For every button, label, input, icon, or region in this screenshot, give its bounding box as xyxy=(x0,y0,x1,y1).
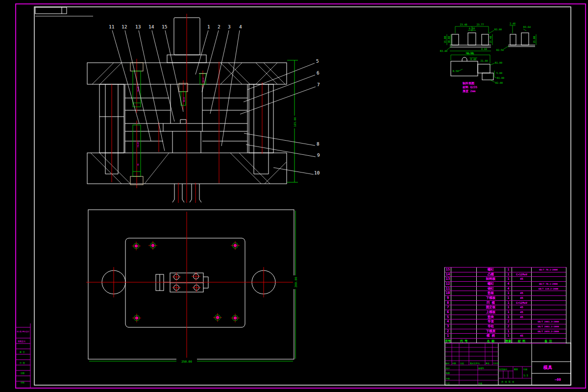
callout-number: 13 xyxy=(135,24,141,29)
callout-number: 1 xyxy=(207,24,210,29)
dim-text: 200.00 xyxy=(294,277,297,288)
table-row: 3导柱2GB/T 2861.1-2008 xyxy=(445,324,566,329)
note-line: 厚度 2mm xyxy=(462,89,476,93)
dim-text: R3.40 xyxy=(440,49,447,52)
guide-pillar-right xyxy=(249,84,273,174)
callout-number: 8 xyxy=(317,141,319,147)
dim-text: 6.10 xyxy=(469,27,475,30)
table-row: 5垫块145 xyxy=(445,315,566,320)
detail-view-a: 23.48 23.77 6.10 R3.00 15.00 10.08 R3.40… xyxy=(440,23,502,55)
plate-stack xyxy=(125,84,247,153)
drawing-title: 模具 xyxy=(543,365,552,370)
callout-number: 9 xyxy=(317,152,320,158)
callout-number: 3 xyxy=(228,24,231,29)
plan-view xyxy=(88,210,294,359)
callout-number: 2 xyxy=(218,24,220,29)
tb-label: 更改文件号 xyxy=(470,362,480,365)
tb-label: 阶段标记 xyxy=(499,368,507,371)
table-row: 14凸模1Cr12MoV xyxy=(445,272,566,277)
tb-label: 标记 xyxy=(445,362,449,365)
strip-label: 借(通)用件登记 xyxy=(17,330,29,333)
tb-sheets: 共 张 第 张 xyxy=(501,381,514,383)
tb-label: 分区 xyxy=(460,362,464,365)
callout-number: 7 xyxy=(317,82,320,87)
title-block: 标记 处数 分区 更改文件号 签名 年月日 设计 制图 审核 工艺 标准化 批准… xyxy=(445,343,571,385)
parts-list-table: 15螺钉1GB/T 70.1-2000 14凸模1Cr12MoV 13卸料板14… xyxy=(444,267,566,343)
strip-label: 签 字 xyxy=(20,351,24,353)
dim-text: 10.08 xyxy=(447,36,450,43)
dim-text: R.50 xyxy=(453,70,459,73)
table-row: 6上模板145 xyxy=(445,310,566,315)
dim-text: R1.00 xyxy=(495,61,502,64)
detail-view-b: 2.48 R3.64 15.00 R2.50 xyxy=(496,22,536,51)
dim-text: 5.00 xyxy=(496,72,502,74)
tb-label: 重量 xyxy=(514,368,518,370)
lower-plate-hatch xyxy=(91,153,286,184)
dim-text: 8.68 xyxy=(481,48,487,50)
callout-number: 14 xyxy=(148,24,154,29)
table-row: 11销钉4GB/T 119.2-2000 xyxy=(445,287,566,292)
upper-plate-hatch xyxy=(92,63,285,84)
callout-number: 10 xyxy=(314,170,320,175)
dim-text: R3.00 xyxy=(494,28,502,31)
dim-text: 21.08 xyxy=(480,59,488,62)
table-row: 13卸料板145 xyxy=(445,277,566,282)
strip-label: 描图 xyxy=(21,372,24,374)
strip-label: 底图总号 xyxy=(18,340,25,343)
bolt-label: M8×45 xyxy=(137,142,139,147)
strip-label: 描校 xyxy=(21,381,24,384)
tb-label: 审核 xyxy=(446,377,450,380)
tb-label: 处数 xyxy=(452,362,456,365)
table-row: 9下模板145 xyxy=(445,296,566,301)
tb-label: 标准化 xyxy=(478,367,484,370)
tb-label: 年月日 xyxy=(493,362,499,365)
table-row: 12螺钉4GB/T 70.1-2000 xyxy=(445,282,566,287)
dim-text: 15.00 xyxy=(533,36,536,43)
bolt-label: M6×25 xyxy=(183,97,185,102)
dim-text: 15.40 xyxy=(489,36,492,43)
dim-text: R2.00 xyxy=(495,81,503,84)
table-row: 1模 柄145 xyxy=(445,334,566,339)
table-header-row: 序号代 号名 称数量材 料备 注 xyxy=(445,339,566,343)
tb-label: 制图 xyxy=(446,372,450,375)
callout-number: 4 xyxy=(239,24,242,29)
bolt-label: M8 xyxy=(137,164,139,166)
tb-label: 设计 xyxy=(446,367,450,369)
dim-text: R1.00 xyxy=(497,76,504,79)
tb-label: 工艺 xyxy=(446,382,450,385)
dim-text: 2.48 xyxy=(510,22,515,25)
part-note: 制件简图 材料 Q235 厚度 2mm xyxy=(462,81,477,93)
callout-number: 5 xyxy=(316,58,319,64)
tb-label: 签名 xyxy=(486,362,490,365)
table-row: 15螺钉1GB/T 70.1-2000 xyxy=(445,268,566,272)
callout-number: 6 xyxy=(317,70,319,75)
table-row: 7固定板145 xyxy=(445,305,566,310)
table-row: 8凹 模1Cr12MoV xyxy=(445,301,566,306)
plan-outer-plate xyxy=(88,210,294,359)
dim-text: 250.00 xyxy=(181,360,192,363)
dim-text: 60.08 xyxy=(466,51,473,54)
note-line: 制件简图 xyxy=(462,81,474,85)
cad-drawing-sheet: 借(通)用件登记 底图总号 签 字 日 期 描图 描校 xyxy=(0,0,588,392)
tb-label: 批准 xyxy=(478,382,482,385)
callout-number: 12 xyxy=(122,24,127,29)
dim-text: 23.77 xyxy=(476,23,484,26)
punch-assembly xyxy=(163,84,202,153)
tb-label: 比例 xyxy=(523,368,527,371)
strip-label: 日 期 xyxy=(20,362,24,364)
plan-screw-holes xyxy=(132,241,240,322)
dim-text: R3.64 xyxy=(523,25,531,28)
callout-number: 15 xyxy=(162,24,167,29)
table-row: 2下模座1GB/T 2855.2-2008 xyxy=(445,329,566,334)
table-row: 10垫板145 xyxy=(445,291,566,296)
dim-text: 165.00 xyxy=(294,117,296,127)
tb-scale: 1:1 xyxy=(523,374,528,377)
drawing-number: —00 xyxy=(555,378,561,382)
detail-view-c: 60.08 8.48 21.08 R1.00 R.50 5.00 R1.00 R… xyxy=(451,51,504,93)
note-line: 材料 Q235 xyxy=(462,85,477,89)
plan-dimensions: 250.00 200.00 xyxy=(89,211,297,363)
section-centerlines xyxy=(112,14,262,203)
dim-text: 23.48 xyxy=(460,23,467,26)
dim-text: 15.00 xyxy=(443,36,446,43)
table-row: 4导套2GB/T 2861.3-2008 xyxy=(445,319,566,324)
